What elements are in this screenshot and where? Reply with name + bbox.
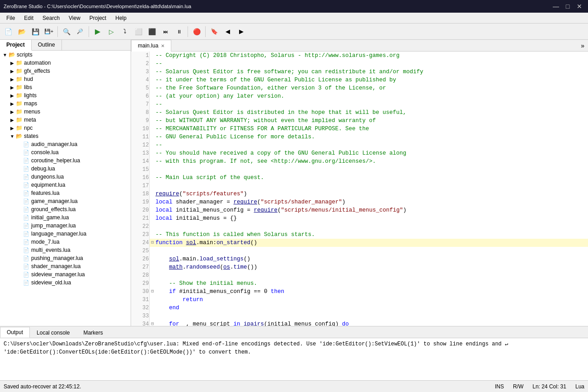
code-content-15[interactable] (155, 165, 588, 174)
tree-item-debug[interactable]: 📄debug.lua (0, 165, 131, 173)
step-out-button[interactable]: ⬛ (146, 25, 158, 38)
code-scroll[interactable]: 1-- Copyright (C) 2018 Christopho, Solar… (131, 52, 588, 326)
code-content-22[interactable] (155, 222, 588, 231)
run-file-button[interactable]: ▷ (105, 25, 118, 38)
save-all-button[interactable]: 💾+ (42, 25, 55, 38)
code-content-11[interactable]: -- GNU General Public License for more d… (155, 133, 588, 141)
output-tab-markers[interactable]: Markers (76, 327, 109, 338)
nav-fwd-button[interactable]: ▶ (235, 25, 248, 38)
tree-item-lights[interactable]: ▶📁lights (0, 91, 131, 99)
fold-marker-34[interactable]: ⊟ (149, 320, 155, 326)
tab-scroll-right[interactable]: » (577, 42, 588, 49)
code-content-33[interactable] (155, 312, 588, 320)
menu-item-help[interactable]: Help (111, 14, 131, 22)
menu-item-search[interactable]: Search (38, 14, 64, 22)
tree-item-meta[interactable]: ▶📁meta (0, 116, 131, 124)
tab-close-button[interactable]: ✕ (161, 43, 165, 48)
tab-outline[interactable]: Outline (32, 40, 62, 50)
code-content-17[interactable] (155, 182, 588, 190)
step-into-button[interactable]: ⤵ (118, 25, 131, 38)
find-next-button[interactable]: 🔎 (74, 25, 86, 38)
tree-item-initial_game[interactable]: 📄initial_game.lua (0, 213, 131, 222)
output-tab-local-console[interactable]: Local console (30, 327, 76, 338)
tree-item-dungeons[interactable]: 📄dungeons.lua (0, 173, 131, 181)
tree-item-sideview_manager[interactable]: 📄sideview_manager.lua (0, 270, 131, 279)
tree-item-gfx_effects[interactable]: ▶📁gfx_effects (0, 67, 131, 75)
tree-item-features[interactable]: 📄features.lua (0, 189, 131, 197)
open-button[interactable]: 📂 (15, 25, 28, 38)
tree-item-sideview_old[interactable]: 📄sideview_old.lua (0, 279, 131, 287)
tree-item-hud[interactable]: ▶📁hud (0, 75, 131, 83)
code-content-20[interactable]: local initial_menus_config = require("sc… (155, 206, 588, 214)
menu-item-edit[interactable]: Edit (19, 14, 38, 22)
code-content-13[interactable]: -- You should have received a copy of th… (155, 149, 588, 157)
code-content-8[interactable]: -- Solarus Quest Editor is distributed i… (155, 109, 588, 117)
new-file-button[interactable]: 📄 (2, 25, 14, 38)
tree-item-equipment[interactable]: 📄equipment.lua (0, 181, 131, 189)
continue-button[interactable]: ⏭ (159, 25, 172, 38)
code-content-23[interactable]: -- This function is called when Solarus … (155, 231, 588, 239)
run-button[interactable]: ▶ (91, 25, 104, 38)
code-content-3[interactable]: -- Solarus Quest Editor is free software… (155, 68, 588, 76)
fold-marker-30[interactable]: ⊟ (149, 288, 155, 296)
code-content-6[interactable]: -- (at your option) any later version. (155, 92, 588, 100)
minimize-button[interactable]: — (551, 1, 561, 11)
step-over-button[interactable]: ⬜ (132, 25, 145, 38)
toggle-bookmark-button[interactable]: 🔖 (208, 25, 221, 38)
tree-item-multi_events[interactable]: 📄multi_events.lua (0, 246, 131, 254)
output-tab-output[interactable]: Output (0, 327, 30, 338)
menu-item-project[interactable]: Project (85, 14, 111, 22)
file-tree-scroll[interactable]: ▼📂scripts▶📁automation▶📁gfx_effects▶📁hud▶… (0, 51, 131, 326)
editor-tab-main-lua[interactable]: main.lua ✕ (131, 40, 171, 52)
tree-item-console[interactable]: 📄console.lua (0, 148, 131, 156)
maximize-button[interactable]: □ (563, 1, 573, 11)
code-content-29[interactable]: -- Show the initial menus. (155, 279, 588, 288)
code-content-14[interactable]: -- with this program. If not, see <http:… (155, 157, 588, 165)
tree-item-mode_7[interactable]: 📄mode_7.lua (0, 238, 131, 246)
code-content-18[interactable]: require("scripts/features") (155, 190, 588, 198)
code-content-5[interactable]: -- the Free Software Foundation, either … (155, 84, 588, 92)
code-content-32[interactable]: end (155, 304, 588, 312)
stop-button[interactable]: 🔴 (190, 25, 203, 38)
menu-item-view[interactable]: View (64, 14, 85, 22)
close-button[interactable]: ✕ (574, 1, 584, 11)
code-content-2[interactable]: -- (155, 60, 588, 68)
tree-item-maps[interactable]: ▶📁maps (0, 99, 131, 108)
code-content-12[interactable]: -- (155, 141, 588, 149)
code-content-24[interactable]: function sol.main:on_started() (155, 239, 588, 247)
code-content-25[interactable] (155, 247, 588, 255)
fold-marker-24[interactable]: ⊟ (149, 239, 155, 247)
tree-item-audio_manager[interactable]: 📄audio_manager.lua (0, 140, 131, 148)
tree-item-scripts[interactable]: ▼📂scripts (0, 51, 131, 59)
code-content-27[interactable]: math.randomseed(os.time()) (155, 263, 588, 271)
code-content-26[interactable]: sol.main.load_settings() (155, 255, 588, 263)
code-content-16[interactable]: -- Main Lua script of the quest. (155, 174, 588, 182)
tree-item-jump_manager[interactable]: 📄jump_manager.lua (0, 222, 131, 230)
tree-item-libs[interactable]: ▶📁libs (0, 83, 131, 91)
pause-button[interactable]: ⏸ (173, 25, 185, 38)
code-content-21[interactable]: local initial_menus = {} (155, 214, 588, 222)
tree-item-menus[interactable]: ▶📁menus (0, 108, 131, 116)
tree-item-coroutine_helper[interactable]: 📄coroutine_helper.lua (0, 156, 131, 165)
tree-item-ground_effects[interactable]: 📄ground_effects.lua (0, 205, 131, 213)
code-content-7[interactable]: -- (155, 100, 588, 109)
code-content-31[interactable]: return (155, 296, 588, 304)
tree-item-states[interactable]: ▼📂states (0, 132, 131, 140)
menu-item-file[interactable]: File (2, 14, 19, 22)
code-content-10[interactable]: -- MERCHANTABILITY or FITNESS FOR A PART… (155, 125, 588, 133)
tree-item-shader_manager[interactable]: 📄shader_manager.lua (0, 262, 131, 270)
tree-item-language_manager[interactable]: 📄language_manager.lua (0, 230, 131, 238)
code-content-19[interactable]: local shader_manager = require("scripts/… (155, 198, 588, 206)
find-button[interactable]: 🔍 (60, 25, 73, 38)
tab-project[interactable]: Project (0, 40, 32, 51)
code-content-30[interactable]: if #initial_menus_config == 0 then (155, 288, 588, 296)
code-content-1[interactable]: -- Copyright (C) 2018 Christopho, Solaru… (155, 52, 588, 60)
save-button[interactable]: 💾 (29, 25, 42, 38)
tree-item-game_manager[interactable]: 📄game_manager.lua (0, 197, 131, 205)
tree-item-npc[interactable]: ▶📁npc (0, 124, 131, 132)
code-content-28[interactable] (155, 271, 588, 279)
code-content-34[interactable]: for _, menu_script in ipairs(initial_men… (155, 320, 588, 326)
nav-back-button[interactable]: ◀ (221, 25, 234, 38)
code-content-9[interactable]: -- but WITHOUT ANY WARRANTY; without eve… (155, 117, 588, 125)
tree-item-automation[interactable]: ▶📁automation (0, 59, 131, 67)
